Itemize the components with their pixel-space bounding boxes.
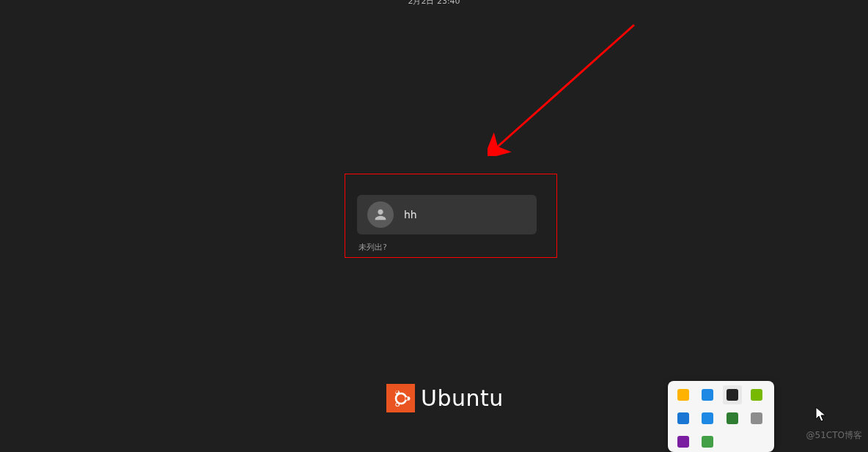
play-icon[interactable]	[698, 432, 717, 451]
ubuntu-logo-icon	[386, 384, 415, 412]
annotation-arrow	[488, 21, 641, 156]
not-listed-link[interactable]: 未列出?	[358, 242, 545, 253]
idm-icon[interactable]	[723, 409, 742, 428]
security-icon[interactable]	[674, 385, 693, 404]
sync-icon[interactable]	[698, 409, 717, 428]
ubuntu-brand: Ubuntu	[386, 384, 504, 412]
svg-point-1	[396, 393, 406, 404]
onenote-icon[interactable]	[674, 432, 693, 451]
onedrive-icon[interactable]	[747, 409, 766, 428]
ubuntu-wordmark: Ubuntu	[421, 385, 504, 411]
circle-icon[interactable]	[674, 409, 693, 428]
top-clock: 2月2日 23:40	[0, 0, 868, 12]
nvidia-icon[interactable]	[747, 385, 766, 404]
copilot-icon[interactable]	[723, 385, 742, 404]
login-highlight-box: hh 未列出?	[345, 174, 557, 258]
edge-icon[interactable]	[698, 385, 717, 404]
svg-rect-5	[405, 397, 408, 400]
avatar-icon	[367, 201, 394, 228]
username-label: hh	[404, 209, 417, 221]
system-tray-popup[interactable]	[668, 381, 774, 452]
user-entry[interactable]: hh	[357, 195, 537, 234]
mouse-cursor-icon	[815, 407, 827, 423]
watermark-text: @51CTO博客	[806, 429, 862, 442]
svg-line-0	[498, 25, 634, 147]
